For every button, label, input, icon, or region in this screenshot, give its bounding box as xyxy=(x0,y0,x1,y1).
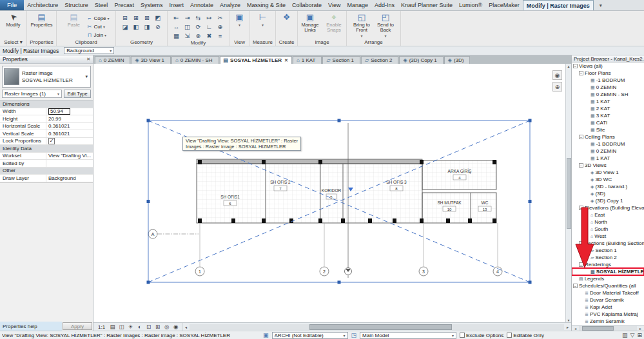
modify-tool-button[interactable]: ➤ Modify xyxy=(3,12,24,28)
tree-3d-wc[interactable]: ◈ 3D WC xyxy=(572,176,644,183)
ribbon-tab[interactable]: Collaborate xyxy=(289,0,325,10)
file-menu-button[interactable]: File xyxy=(0,0,24,10)
scrollbar-thumb[interactable] xyxy=(309,324,452,330)
tree-rendering-sosyal-hizmetler[interactable]: ▩ SOSYAL HİZMETLER xyxy=(572,268,644,275)
tree-expander-icon[interactable]: − xyxy=(579,135,583,139)
selection-filter-icon[interactable]: ▽ xyxy=(630,332,635,338)
type-selector[interactable]: Raster image SOSYAL HİZMETLER ▾ xyxy=(2,66,91,88)
tree-floorplan-0-zemin[interactable]: ▦ 0 ZEMIN xyxy=(572,84,644,91)
checkbox-icon[interactable] xyxy=(460,333,465,338)
panel-label-select[interactable]: Select ▾ xyxy=(0,38,26,46)
shadows-icon[interactable]: ◐ xyxy=(135,324,144,331)
manage-links-button[interactable]: ▣ Manage Links xyxy=(299,12,321,33)
property-value[interactable]: ✓ xyxy=(46,138,93,145)
scale-control[interactable]: 1:1 xyxy=(95,324,108,330)
view-tab-1-kat[interactable]: ⌂ 1 KAT xyxy=(293,56,322,64)
sun-path-icon[interactable]: ☀ xyxy=(126,324,135,331)
property-value[interactable]: 20.99 xyxy=(46,115,93,122)
worksets-icon[interactable]: ▣ xyxy=(263,332,269,338)
scrollbar-thumb[interactable] xyxy=(582,326,614,331)
tree-expander-icon[interactable]: − xyxy=(573,284,578,288)
paste-button[interactable]: ▤ Paste xyxy=(63,12,84,28)
view-tab-0-zemin-sh[interactable]: ⌂ 0 ZEMIN - SH xyxy=(171,56,219,64)
create-group-button[interactable]: ❖ xyxy=(277,12,296,22)
property-row[interactable]: Horizontal Scale 0.361021 xyxy=(0,123,93,131)
tree-floorplan-0-zemin-sh[interactable]: ▦ 0 ZEMIN - SH xyxy=(572,91,644,98)
view-tab-3d-copy-1[interactable]: ◈ (3D) Copy 1 xyxy=(399,56,443,64)
view-tools-button[interactable]: ▣ ▾ xyxy=(231,12,248,27)
scroll-left-icon[interactable]: ◂ xyxy=(182,325,190,329)
show-crop-region-icon[interactable]: ⊞ xyxy=(153,324,162,331)
ribbon-tab[interactable]: Insert xyxy=(166,0,187,10)
property-value[interactable]: 0.361021 xyxy=(46,123,93,130)
tree-3d-views[interactable]: − 3D Views xyxy=(572,162,644,169)
wall-joins-icon[interactable]: ⊠ xyxy=(142,13,153,22)
close-icon[interactable]: ✕ xyxy=(86,57,90,62)
design-option-select[interactable]: Main Model ▾ xyxy=(360,332,456,339)
ribbon-tab[interactable]: Systems xyxy=(137,0,166,10)
property-value[interactable] xyxy=(46,160,93,167)
properties-help-link[interactable]: Properties help xyxy=(0,322,62,331)
tree-3d-copy-1[interactable]: ◈ (3D) Copy 1 xyxy=(572,197,644,204)
tree-3d-barand[interactable]: ◈ (3D - barand.) xyxy=(572,183,644,190)
reveal-hidden-elements-icon[interactable]: ◉ xyxy=(171,324,180,331)
tree-expander-icon[interactable]: − xyxy=(579,163,583,168)
tree-floorplan-2-kat[interactable]: ▦ 2 KAT xyxy=(572,105,644,112)
tree-schedule-door-material-takeoff[interactable]: ≣ Door Material Takeoff xyxy=(572,289,644,296)
property-row[interactable]: Vertical Scale 0.361021 xyxy=(0,130,93,138)
ribbon-state-toggle[interactable]: ▾ xyxy=(597,3,605,8)
view-tab-3d-view-1[interactable]: ◈ 3D View 1 xyxy=(131,56,170,64)
property-row[interactable]: Lock Proportions ✓ xyxy=(0,138,93,146)
visual-style-icon[interactable]: ◫ xyxy=(117,324,126,331)
tree-3d-view-1[interactable]: ◈ 3D View 1 xyxy=(572,169,644,176)
close-icon[interactable]: ✕ xyxy=(284,58,288,63)
property-value[interactable]: Background xyxy=(46,175,93,182)
cut-dropdown-icon[interactable]: ▾ xyxy=(103,24,105,29)
property-row[interactable]: Draw Layer Background xyxy=(0,175,93,182)
tree-schedule-duvar-seramik[interactable]: ≣ Duvar Seramik xyxy=(572,296,644,304)
tree-expander-icon[interactable]: − xyxy=(573,64,578,68)
cope-button[interactable]: ⌐ Cope ▾ xyxy=(86,14,109,22)
measure-button[interactable]: ⊢ ▾ xyxy=(252,12,274,27)
extend-icon[interactable]: ↦ xyxy=(204,13,215,22)
trim-icon[interactable]: ∟ xyxy=(204,22,215,31)
ribbon-tab[interactable]: Steel xyxy=(92,0,112,10)
steering-wheel-icon[interactable]: ◉ xyxy=(552,70,562,80)
tree-floorplan-3-kat[interactable]: ▦ 3 KAT xyxy=(572,112,644,119)
ribbon-tab[interactable]: Massing & Site xyxy=(244,0,289,10)
cut-geometry-icon[interactable]: ⊟ xyxy=(120,13,131,22)
draw-layer-dropdown[interactable]: Background ▾ xyxy=(64,47,114,54)
active-workset-select[interactable]: ARCHI (Not Editable) ▾ xyxy=(272,332,348,339)
ribbon-tab[interactable]: PlaceMaker xyxy=(485,0,523,10)
paint-icon[interactable]: ◧ xyxy=(131,22,142,31)
ribbon-tab[interactable]: Lumion® xyxy=(456,0,485,10)
send-to-back-button[interactable]: ◰ Send to Back ▾ xyxy=(375,12,396,38)
ribbon-tab[interactable]: Annotate xyxy=(187,0,217,10)
delete-icon[interactable]: ✖ xyxy=(204,31,215,40)
ribbon-tab[interactable]: Analyze xyxy=(217,0,244,10)
beam-cope-icon[interactable]: ◩ xyxy=(153,13,164,22)
tree-floorplan-minus1-bodrum[interactable]: ▦ -1 BODRUM xyxy=(572,77,644,84)
property-value[interactable]: View "Drafting Vi... xyxy=(46,153,93,160)
join-button[interactable]: ⊓ Join ▾ xyxy=(86,31,109,39)
ribbon-tab[interactable]: Precast xyxy=(111,0,137,10)
scale-icon[interactable]: ⇲ xyxy=(182,31,193,40)
property-row[interactable]: Other xyxy=(0,168,93,175)
offset-icon[interactable]: ⇥ xyxy=(182,13,193,22)
cut-button[interactable]: ✂ Cut ▾ xyxy=(86,23,109,30)
ribbon-tab[interactable]: Add-Ins xyxy=(371,0,398,10)
property-row[interactable]: Dimensions xyxy=(0,101,93,108)
worksharing-display-icon[interactable]: ▥ xyxy=(622,332,628,338)
checkbox-icon[interactable] xyxy=(507,333,512,338)
apply-button[interactable]: Apply xyxy=(63,322,92,330)
property-row[interactable]: Workset View "Drafting Vi... xyxy=(0,153,93,160)
scroll-left-icon[interactable]: ◂ xyxy=(572,326,579,331)
tree-schedules[interactable]: − Schedules/Quantities (all xyxy=(572,282,644,289)
browser-horizontal-scrollbar[interactable]: ◂ ▸ xyxy=(572,325,644,331)
join-geometry-icon[interactable]: ⊞ xyxy=(131,13,142,22)
array-icon[interactable]: ▦ xyxy=(171,31,182,40)
pin-icon[interactable]: ⊕ xyxy=(215,22,226,31)
tree-schedule-pvc-kaplama-metraj[interactable]: ≣ PVC Kaplama Metraj xyxy=(572,311,644,318)
align-icon[interactable]: ⇤ xyxy=(171,13,182,22)
scroll-up-icon[interactable]: ▴ xyxy=(567,64,569,68)
